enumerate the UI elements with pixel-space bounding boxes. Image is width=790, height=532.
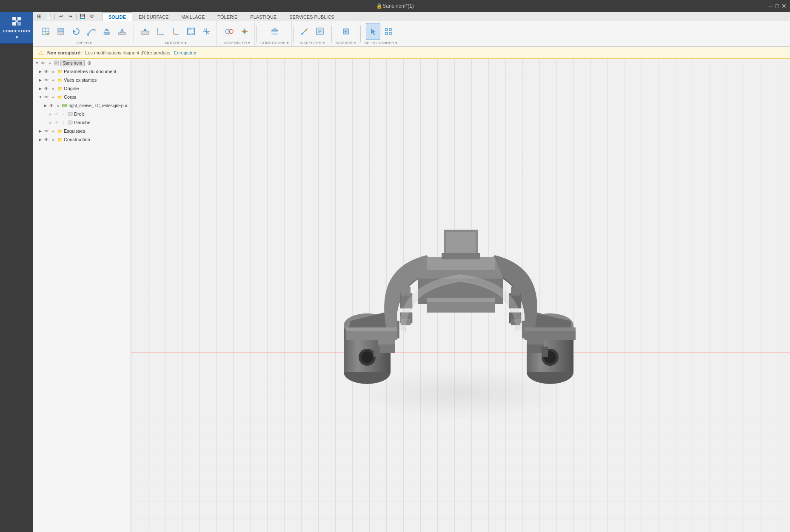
- eye-icon-views[interactable]: 👁: [43, 77, 49, 83]
- nav-item-body1[interactable]: ▶ 👁 ● right_sleeve_TC_redesignEpur...: [33, 101, 131, 110]
- body2-icon: [67, 111, 73, 117]
- folder-icon-params: 📁: [57, 68, 63, 74]
- chamfer-btn[interactable]: [168, 23, 183, 40]
- undo-icon[interactable]: ↩: [57, 13, 65, 20]
- svg-text:+: +: [47, 33, 49, 36]
- modifier-label[interactable]: MODIFIER ▾: [165, 41, 187, 45]
- eye-icon-body1[interactable]: 👁: [48, 102, 54, 108]
- revolve-btn[interactable]: [69, 23, 83, 40]
- grid-menu-icon[interactable]: ⊞: [35, 13, 43, 20]
- insert-btn[interactable]: [339, 23, 353, 40]
- add-icon[interactable]: ⊕: [87, 60, 91, 66]
- joint-origin-btn[interactable]: [237, 23, 252, 40]
- visibility-icon-body1: ●: [55, 102, 61, 108]
- expand-origin[interactable]: ▶: [38, 86, 43, 91]
- measure-btn[interactable]: [297, 23, 312, 40]
- scale-btn[interactable]: [199, 23, 214, 40]
- toolbar-section-creer: +: [36, 21, 132, 46]
- shell-btn[interactable]: [184, 23, 198, 40]
- nav-item-root[interactable]: ▼ 👁 ● Sans nom ⊕: [33, 59, 131, 67]
- select-btn[interactable]: [366, 23, 380, 40]
- maximize-btn[interactable]: □: [776, 3, 779, 9]
- toolbar-section-construire: CONSTRUIRE ▾: [258, 21, 292, 46]
- tab-tolerie[interactable]: TÔLERIE: [211, 12, 244, 21]
- rib-btn[interactable]: [115, 23, 129, 40]
- expand-bodies[interactable]: ▼: [38, 95, 43, 99]
- file-icon[interactable]: 📄: [44, 13, 53, 20]
- redo-icon[interactable]: ↪: [66, 13, 74, 20]
- tab-solide[interactable]: SOLIDE: [102, 12, 132, 21]
- expand-sketches[interactable]: ▶: [38, 129, 43, 133]
- nav-item-sketches[interactable]: ▶ 👁 ● 📁 Esquisses: [33, 127, 131, 135]
- tab-plastique[interactable]: PLASTIQUE: [244, 12, 283, 21]
- construire-btn[interactable]: [268, 23, 282, 40]
- window-title: Sans nom*(1): [382, 3, 414, 9]
- nav-item-body2[interactable]: ▶ 👁 ● Droit: [33, 110, 131, 118]
- svg-point-16: [106, 29, 108, 31]
- joint-btn[interactable]: [222, 23, 237, 40]
- minimize-btn[interactable]: ─: [769, 3, 773, 9]
- press-pull-btn[interactable]: [138, 23, 152, 40]
- nav-item-origin[interactable]: ▶ 👁 ● 📁 Origine: [33, 84, 131, 93]
- fillet-btn[interactable]: [153, 23, 168, 40]
- expand-body1[interactable]: ▶: [43, 103, 48, 108]
- svg-rect-22: [189, 29, 193, 34]
- not-saved-text: Non enregistré:: [47, 50, 82, 55]
- eye-icon-origin[interactable]: 👁: [43, 85, 49, 91]
- expand-root[interactable]: ▼: [35, 61, 39, 65]
- loft-btn[interactable]: [100, 23, 114, 40]
- close-btn[interactable]: ✕: [781, 3, 787, 9]
- extrude-btn[interactable]: [54, 23, 68, 40]
- inserer-label[interactable]: INSÉRER ▾: [336, 41, 356, 45]
- eye-icon-construction[interactable]: 👁: [43, 137, 49, 142]
- eye-icon-body3[interactable]: 👁: [54, 119, 60, 125]
- save-icon[interactable]: 💾: [78, 13, 87, 20]
- expand-construction[interactable]: ▶: [38, 137, 43, 142]
- new-sketch-btn[interactable]: +: [38, 23, 53, 40]
- toolbar-section-inserer: INSÉRER ▾: [333, 21, 359, 46]
- assembler-label[interactable]: ASSEMBLER ▾: [224, 41, 251, 45]
- svg-rect-10: [58, 32, 64, 34]
- nav-item-views[interactable]: ▶ 👁 ● 📁 Vues existantes: [33, 76, 131, 84]
- nav-item-construction[interactable]: ▶ 👁 ● 📁 Construction: [33, 135, 131, 144]
- selectionner-label[interactable]: SÉLECTIONNER ▾: [365, 41, 398, 45]
- svg-rect-3: [17, 22, 21, 26]
- nav-item-bodies[interactable]: ▼ 👁 ● 📁 Corps: [33, 93, 131, 101]
- tab-en-surface[interactable]: EN SURFACE: [132, 12, 175, 21]
- save-link[interactable]: Enregistrer: [174, 50, 197, 55]
- svg-rect-91: [378, 344, 395, 353]
- eye-icon-bodies[interactable]: 👁: [43, 94, 49, 100]
- select2-btn[interactable]: [381, 23, 396, 40]
- viewport-3d[interactable]: [131, 59, 790, 532]
- svg-point-28: [228, 31, 230, 32]
- inspecter-label[interactable]: INSPECTER ▾: [300, 41, 325, 45]
- expand-params[interactable]: ▶: [38, 69, 43, 74]
- eye-icon-root[interactable]: 👁: [40, 60, 46, 66]
- nav-item-body3[interactable]: ▶ 👁 ● Gauche: [33, 118, 131, 127]
- svg-point-14: [94, 29, 96, 31]
- conception-button[interactable]: CONCEPTION ▾: [0, 12, 33, 44]
- svg-point-38: [305, 29, 307, 31]
- params-label: Paramètres du document: [64, 69, 117, 74]
- expand-body2[interactable]: ▶: [48, 112, 53, 116]
- toolbar-section-inspecter: INSPECTER ▾: [295, 21, 330, 46]
- creer-label[interactable]: CRÉER ▾: [75, 41, 92, 45]
- eye-icon-body2[interactable]: 👁: [54, 111, 60, 117]
- body2-label: Droit: [74, 111, 84, 117]
- expand-body3[interactable]: ▶: [48, 120, 53, 125]
- settings-icon[interactable]: ⚙: [88, 13, 96, 20]
- construire-label[interactable]: CONSTRUIRE ▾: [260, 41, 289, 45]
- sweep-btn[interactable]: [84, 23, 99, 40]
- eye-icon-sketches[interactable]: 👁: [43, 128, 49, 134]
- nav-item-params[interactable]: ▶ 👁 ● 📁 Paramètres du document: [33, 67, 131, 76]
- folder-icon-bodies: 📁: [57, 94, 63, 100]
- folder-icon-construction: 📁: [57, 137, 63, 142]
- folder-icon-sketches: 📁: [57, 128, 63, 134]
- eye-icon-params[interactable]: 👁: [43, 68, 49, 74]
- toolbar-section-selectionner: SÉLECTIONNER ▾: [362, 21, 400, 46]
- svg-rect-2: [12, 22, 16, 26]
- expand-views[interactable]: ▶: [38, 78, 43, 82]
- tab-maillage[interactable]: MAILLAGE: [175, 12, 211, 21]
- tab-services-publics[interactable]: SERVICES PUBLICS: [283, 12, 341, 21]
- inspect-btn[interactable]: [313, 23, 327, 40]
